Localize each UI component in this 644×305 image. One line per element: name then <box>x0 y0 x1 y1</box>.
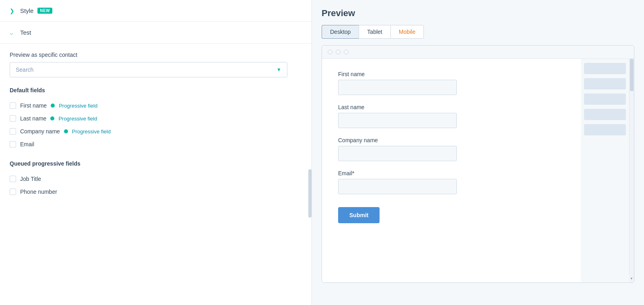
progressive-text-firstname: Progressive field <box>59 103 97 109</box>
field-item-phonenumber: Phone number <box>10 185 302 198</box>
sidebar-block-2 <box>584 78 626 89</box>
progressive-text-lastname: Progressive field <box>58 116 97 122</box>
browser-scrollbar-thumb <box>630 59 634 91</box>
field-item-email: Email <box>10 138 302 151</box>
field-checkbox-firstname[interactable] <box>10 102 16 109</box>
test-section-content: Preview as specific contact Search ▼ Def… <box>0 44 312 208</box>
form-field-companyname: Company name <box>338 137 565 161</box>
field-label-jobtitle: Job Title <box>20 176 41 182</box>
field-checkbox-phonenumber[interactable] <box>10 189 16 195</box>
browser-dot-1 <box>328 50 332 54</box>
default-fields-title: Default fields <box>10 87 302 93</box>
field-item-lastname: Last name Progressive field <box>10 112 302 125</box>
browser-dot-3 <box>344 50 349 54</box>
field-label-phonenumber: Phone number <box>20 189 57 195</box>
style-section-label: Style <box>20 7 33 14</box>
browser-scrollbar[interactable]: ▼ <box>629 59 634 282</box>
dropdown-arrow-icon: ▼ <box>277 67 281 73</box>
form-input-firstname[interactable] <box>338 80 457 95</box>
form-field-lastname: Last name <box>338 104 565 128</box>
form-label-firstname: First name <box>338 71 565 77</box>
right-panel: Preview Desktop Tablet Mobile First name <box>312 0 644 305</box>
browser-scrollbar-bottom-arrow[interactable]: ▼ <box>629 274 634 282</box>
form-input-email[interactable] <box>338 179 457 194</box>
form-input-lastname[interactable] <box>338 113 457 128</box>
field-label-companyname: Company name <box>20 128 60 135</box>
left-panel: ❯ Style NEW ⌵ Test Preview as specific c… <box>0 0 312 305</box>
form-field-firstname: First name <box>338 71 565 95</box>
form-field-email: Email* <box>338 170 565 194</box>
browser-dot-2 <box>336 50 341 54</box>
search-placeholder-text: Search <box>16 66 33 73</box>
tab-mobile[interactable]: Mobile <box>390 25 424 39</box>
progressive-dot-companyname <box>64 129 68 133</box>
browser-frame: First name Last name Company name Email*… <box>322 45 634 283</box>
queued-fields-section: Queued progressive fields Job Title Phon… <box>10 160 302 198</box>
new-badge: NEW <box>37 8 52 14</box>
tab-tablet[interactable]: Tablet <box>359 25 390 39</box>
field-checkbox-email[interactable] <box>10 141 16 147</box>
field-item-companyname: Company name Progressive field <box>10 125 302 138</box>
field-checkbox-companyname[interactable] <box>10 128 16 135</box>
field-label-email: Email <box>20 141 34 147</box>
sidebar-block-4 <box>584 109 626 120</box>
preview-title: Preview <box>322 8 634 19</box>
form-label-email: Email* <box>338 170 565 176</box>
queued-fields-title: Queued progressive fields <box>10 160 302 167</box>
form-label-lastname: Last name <box>338 104 565 110</box>
form-sidebar-blocks <box>581 59 629 282</box>
form-label-companyname: Company name <box>338 137 565 143</box>
preview-tabs: Desktop Tablet Mobile <box>322 25 634 39</box>
tab-desktop[interactable]: Desktop <box>322 25 359 39</box>
progressive-text-companyname: Progressive field <box>72 129 111 135</box>
style-chevron-icon: ❯ <box>10 8 16 14</box>
field-label-lastname: Last name <box>20 115 46 122</box>
form-area: First name Last name Company name Email*… <box>322 59 581 282</box>
field-item-firstname: First name Progressive field <box>10 99 302 112</box>
form-input-companyname[interactable] <box>338 146 457 161</box>
sidebar-block-1 <box>584 63 626 74</box>
style-section-header[interactable]: ❯ Style NEW <box>0 0 312 22</box>
field-checkbox-jobtitle[interactable] <box>10 176 16 182</box>
progressive-dot-firstname <box>51 104 55 108</box>
test-section-label: Test <box>20 29 31 36</box>
field-item-jobtitle: Job Title <box>10 172 302 185</box>
preview-contact-label: Preview as specific contact <box>10 52 302 58</box>
sidebar-block-5 <box>584 124 626 135</box>
progressive-dot-lastname <box>50 116 54 120</box>
test-chevron-icon: ⌵ <box>10 29 16 36</box>
browser-content: First name Last name Company name Email*… <box>322 59 634 282</box>
field-label-firstname: First name <box>20 102 47 109</box>
left-scrollbar[interactable] <box>308 169 312 218</box>
browser-bar <box>322 46 634 59</box>
submit-button[interactable]: Submit <box>338 207 380 223</box>
search-dropdown[interactable]: Search ▼ <box>10 62 287 77</box>
sidebar-block-3 <box>584 93 626 105</box>
field-checkbox-lastname[interactable] <box>10 115 16 122</box>
default-fields-section: Default fields First name Progressive fi… <box>10 87 302 151</box>
test-section-header[interactable]: ⌵ Test <box>0 22 312 44</box>
